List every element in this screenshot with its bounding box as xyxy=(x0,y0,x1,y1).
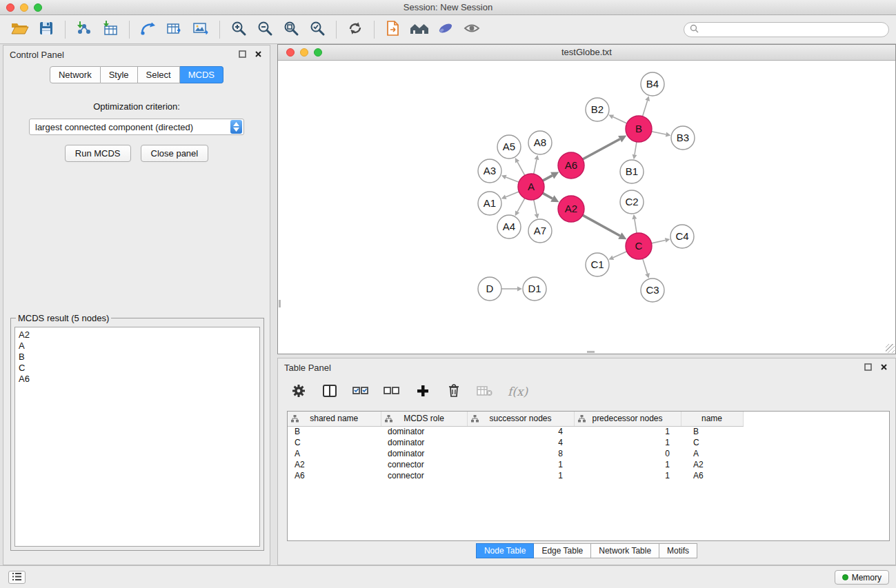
table-row[interactable]: Cdominator41C xyxy=(288,437,743,448)
import-network-from-file-button[interactable] xyxy=(71,18,97,41)
graph-node-B[interactable]: B xyxy=(626,116,652,142)
save-session-button[interactable] xyxy=(33,18,59,41)
mcds-result-item[interactable]: C xyxy=(19,363,256,374)
edge-B-B3[interactable] xyxy=(652,132,666,134)
close-panel-button[interactable] xyxy=(252,49,263,60)
export-network-button[interactable] xyxy=(135,18,161,41)
graph-node-C3[interactable]: C3 xyxy=(641,278,664,302)
refresh-button[interactable] xyxy=(342,18,368,41)
delete-column-button[interactable] xyxy=(446,383,462,401)
mcds-result-list[interactable]: A2ABCA6 xyxy=(14,327,260,547)
graph-node-A[interactable]: A xyxy=(518,174,544,200)
network-graph[interactable]: B4B2BB3A8A5A6A3B1AC2A1A2A4A7C4CC1DD1C3 xyxy=(278,61,895,354)
table-row[interactable]: A6connector11A6 xyxy=(288,470,743,481)
graph-node-A4[interactable]: A4 xyxy=(497,215,521,239)
table-cell[interactable]: 1 xyxy=(574,470,681,481)
table-cell[interactable]: A2 xyxy=(681,459,743,470)
graph-node-A1[interactable]: A1 xyxy=(478,192,501,215)
tab-motifs[interactable]: Motifs xyxy=(659,543,697,558)
table-cell[interactable]: A6 xyxy=(681,470,743,481)
edge-C-C4[interactable] xyxy=(652,240,666,243)
vertical-scrollbar[interactable] xyxy=(279,300,281,307)
table-cell[interactable]: 1 xyxy=(574,459,681,470)
table-cell[interactable]: 1 xyxy=(467,459,574,470)
graph-node-B3[interactable]: B3 xyxy=(671,126,695,150)
open-session-file-button[interactable] xyxy=(380,18,406,41)
edge-B-B4[interactable] xyxy=(643,101,648,116)
edge-B-B1[interactable] xyxy=(635,142,637,155)
graph-node-C4[interactable]: C4 xyxy=(670,225,694,248)
window-resize-grip[interactable] xyxy=(886,344,895,353)
home-button[interactable] xyxy=(406,18,432,41)
network-canvas[interactable]: B4B2BB3A8A5A6A3B1AC2A1A2A4A7C4CC1DD1C3 xyxy=(278,61,895,354)
criterion-dropdown[interactable]: largest connected component (directed) xyxy=(29,119,244,135)
close-table-panel-button[interactable] xyxy=(878,362,889,373)
task-history-button[interactable] xyxy=(8,571,26,584)
graph-node-B2[interactable]: B2 xyxy=(586,98,609,121)
edge-A-A7[interactable] xyxy=(534,200,537,214)
close-panel-action-button[interactable]: Close panel xyxy=(141,145,209,162)
table-settings-button[interactable] xyxy=(290,383,307,401)
graph-node-C[interactable]: C xyxy=(626,233,652,259)
style-tool-button[interactable] xyxy=(432,18,459,41)
table-row[interactable]: A2connector11A2 xyxy=(288,459,743,470)
table-cell[interactable]: dominator xyxy=(381,437,467,448)
edge-A2-C[interactable] xyxy=(583,215,620,236)
table-cell[interactable]: dominator xyxy=(381,426,467,437)
memory-button[interactable]: Memory xyxy=(835,570,889,585)
mcds-result-item[interactable]: A6 xyxy=(19,374,256,385)
graph-node-C2[interactable]: C2 xyxy=(620,190,644,214)
zoom-selected-button[interactable] xyxy=(304,18,330,41)
edge-C-C2[interactable] xyxy=(635,219,637,234)
zoom-network-window-button[interactable] xyxy=(314,48,322,57)
table-cell[interactable]: 4 xyxy=(467,426,574,437)
tab-mcds[interactable]: MCDS xyxy=(180,66,223,83)
graph-node-D[interactable]: D xyxy=(478,277,501,301)
open-session-button[interactable] xyxy=(7,18,33,41)
graph-node-A2[interactable]: A2 xyxy=(558,196,584,222)
function-builder-button[interactable]: f(x) xyxy=(508,383,528,401)
table-cell[interactable]: C xyxy=(288,437,381,448)
edge-A-A2[interactable] xyxy=(543,193,552,199)
tab-style[interactable]: Style xyxy=(101,66,138,83)
tab-select[interactable]: Select xyxy=(138,66,180,83)
edge-A-A1[interactable] xyxy=(506,192,519,197)
zoom-fit-content-button[interactable] xyxy=(278,18,304,41)
tab-node-table[interactable]: Node Table xyxy=(476,543,535,558)
select-all-button[interactable] xyxy=(352,383,369,401)
tab-network-table[interactable]: Network Table xyxy=(591,543,659,558)
table-row[interactable]: Bdominator41B xyxy=(288,426,743,437)
graph-node-B4[interactable]: B4 xyxy=(641,72,664,96)
graph-node-A6[interactable]: A6 xyxy=(558,152,584,179)
mcds-result-item[interactable]: A xyxy=(19,341,256,352)
minimize-window-button[interactable] xyxy=(20,3,28,12)
graph-node-D1[interactable]: D1 xyxy=(523,277,546,301)
edge-C-C3[interactable] xyxy=(643,258,648,274)
float-table-panel-button[interactable] xyxy=(862,362,873,373)
mcds-result-item[interactable]: B xyxy=(19,352,256,363)
table-cell[interactable]: A6 xyxy=(288,470,381,481)
horizontal-scrollbar[interactable] xyxy=(587,351,595,353)
table-cell[interactable]: A xyxy=(681,448,743,459)
column-header-name[interactable]: name xyxy=(681,412,743,426)
search-box[interactable] xyxy=(684,22,889,37)
graph-node-B1[interactable]: B1 xyxy=(620,160,644,183)
table-row[interactable]: Adominator80A xyxy=(288,448,743,459)
table-cell[interactable]: dominator xyxy=(381,448,467,459)
table-cell[interactable]: C xyxy=(681,437,743,448)
column-header-shared-name[interactable]: shared name xyxy=(288,412,381,426)
graph-node-A8[interactable]: A8 xyxy=(528,131,552,154)
column-header-predecessor-nodes[interactable]: predecessor nodes xyxy=(574,412,681,426)
edge-A-A6[interactable] xyxy=(543,176,552,181)
zoom-in-button[interactable] xyxy=(226,18,252,41)
tab-network[interactable]: Network xyxy=(50,66,101,83)
table-cell[interactable]: 1 xyxy=(467,470,574,481)
table-cell[interactable]: 0 xyxy=(574,448,681,459)
edge-A6-B[interactable] xyxy=(583,139,620,159)
edge-C-C1[interactable] xyxy=(613,252,627,258)
delete-table-button[interactable] xyxy=(477,383,493,401)
table-cell[interactable]: B xyxy=(681,426,743,437)
show-graphics-details-button[interactable] xyxy=(459,18,485,41)
export-table-button[interactable] xyxy=(161,18,188,41)
search-input[interactable] xyxy=(701,25,883,34)
